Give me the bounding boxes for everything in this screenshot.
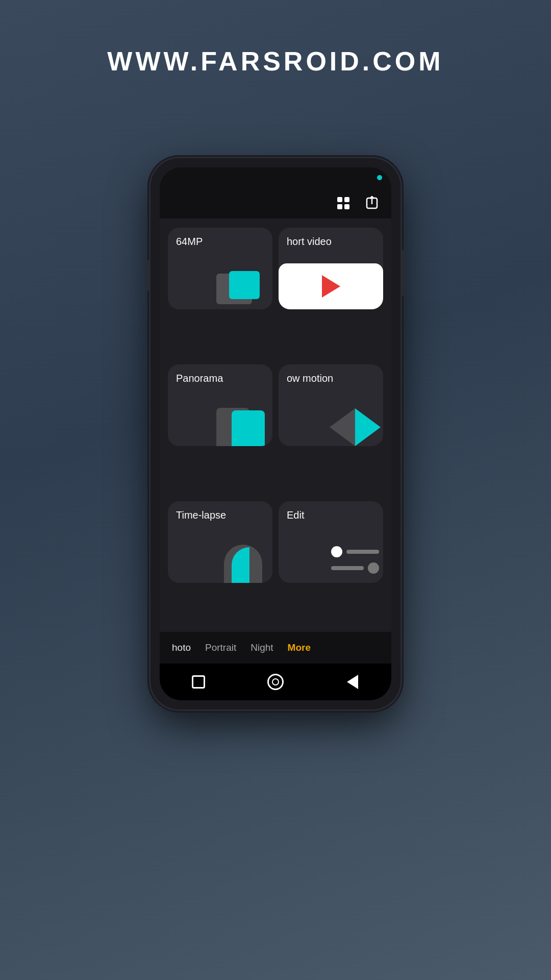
phone-screen: 64MP hort video (160, 167, 391, 700)
tile-timelapse-graphic (168, 527, 272, 583)
mode-item-portrait[interactable]: Portrait (205, 642, 236, 653)
play-triangle-icon (322, 275, 340, 298)
back-button[interactable] (343, 673, 362, 691)
tile-timelapse-label: Time-lapse (176, 509, 264, 521)
tile-edit[interactable]: Edit (279, 501, 383, 583)
tile-64mp[interactable]: 64MP (168, 228, 272, 309)
back-icon (347, 675, 358, 689)
recents-button[interactable] (189, 673, 208, 691)
tile-slowmotion-graphic (279, 390, 383, 446)
mode-item-night[interactable]: Night (251, 642, 273, 653)
phone: 64MP hort video (151, 158, 400, 709)
camera-modes-grid: 64MP hort video (160, 218, 391, 632)
mode-item-more[interactable]: More (288, 642, 311, 653)
tile-slow-motion-label: ow motion (287, 373, 375, 384)
bottom-nav (160, 664, 391, 700)
tile-panorama-label: Panorama (176, 373, 264, 384)
tile-edit-graphic (279, 527, 383, 583)
svg-rect-1 (344, 197, 349, 202)
status-bar (160, 167, 391, 188)
svg-rect-3 (344, 204, 349, 209)
tile-slow-motion[interactable]: ow motion (279, 364, 383, 446)
tile-short-video-label: hort video (287, 236, 375, 248)
tile-panorama-graphic (168, 390, 272, 446)
home-icon (267, 674, 284, 690)
recents-icon (192, 675, 205, 689)
svg-rect-0 (337, 197, 342, 202)
camera-indicator (377, 175, 382, 180)
toolbar (160, 188, 391, 218)
tile-64mp-graphic (168, 253, 272, 309)
share-icon[interactable] (364, 195, 380, 211)
grid-icon[interactable] (335, 195, 352, 211)
tile-shortvideo-graphic (279, 253, 383, 309)
mode-bar: hoto Portrait Night More (160, 632, 391, 664)
tile-edit-label: Edit (287, 509, 375, 521)
phone-shell: 64MP hort video (151, 158, 400, 709)
tile-panorama[interactable]: Panorama (168, 364, 272, 446)
tile-short-video[interactable]: hort video (279, 228, 383, 309)
svg-rect-2 (337, 204, 342, 209)
mode-item-photo[interactable]: hoto (172, 642, 191, 653)
website-label: WWW.FARSROID.COM (107, 46, 443, 77)
tile-timelapse[interactable]: Time-lapse (168, 501, 272, 583)
tile-64mp-label: 64MP (176, 236, 264, 248)
home-button[interactable] (266, 673, 285, 691)
